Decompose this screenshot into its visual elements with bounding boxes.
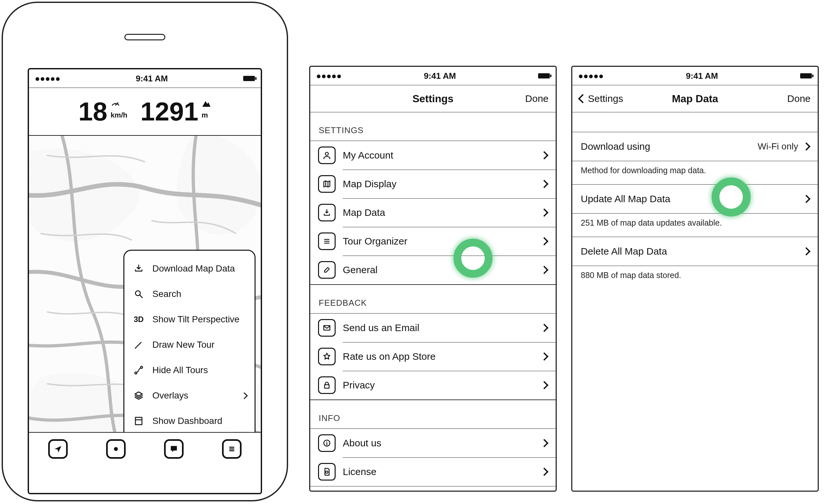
chevron-right-icon bbox=[540, 237, 548, 245]
row-tour-organizer[interactable]: Tour Organizer bbox=[310, 227, 556, 256]
row-label: Send us an Email bbox=[343, 322, 539, 333]
highlight-ring bbox=[711, 177, 751, 217]
row-delete-all[interactable]: Delete All Map Data bbox=[572, 237, 818, 266]
svg-line-4 bbox=[140, 295, 142, 298]
tab-locate[interactable] bbox=[48, 439, 68, 459]
elevation-value: 1291 bbox=[140, 98, 198, 125]
menu-show-dashboard[interactable]: Show Dashboard bbox=[124, 408, 255, 434]
svg-point-23 bbox=[326, 471, 328, 474]
row-update-all[interactable]: Update All Map Data bbox=[572, 184, 818, 214]
chevron-right-icon bbox=[540, 209, 548, 217]
chevron-right-icon bbox=[540, 180, 548, 188]
mail-icon bbox=[318, 319, 336, 337]
nav-done-button[interactable]: Done bbox=[500, 93, 549, 104]
elevation-metric: 1291 m bbox=[140, 98, 211, 125]
search-icon bbox=[132, 289, 145, 299]
row-rate-appstore[interactable]: Rate us on App Store bbox=[310, 342, 556, 371]
row-label: Delete All Map Data bbox=[581, 246, 801, 257]
svg-point-3 bbox=[135, 291, 140, 295]
route-icon bbox=[132, 365, 145, 375]
row-about-us[interactable]: About us bbox=[310, 429, 556, 457]
nav-done-button[interactable]: Done bbox=[762, 93, 811, 104]
row-label: About us bbox=[343, 438, 539, 448]
nav-title: Map Data bbox=[628, 93, 762, 105]
map-data-screen: ●●●●● 9:41 AM Settings Map Data Done Dow… bbox=[571, 66, 819, 491]
menu-download-map-data[interactable]: Download Map Data bbox=[124, 256, 255, 281]
row-general[interactable]: General bbox=[310, 256, 556, 285]
section-header-info: INFO bbox=[310, 400, 556, 429]
menu-item-label: Download Map Data bbox=[152, 263, 247, 274]
menu-draw-tour[interactable]: Draw New Tour bbox=[124, 332, 255, 357]
lock-icon bbox=[318, 376, 336, 394]
settings-screen: ●●●●● 9:41 AM Settings Done SETTINGS My … bbox=[309, 66, 557, 491]
row-label: Tour Organizer bbox=[343, 236, 539, 247]
row-label: License bbox=[343, 466, 539, 477]
menu-search[interactable]: Search bbox=[124, 281, 255, 307]
caption-download-method: Method for downloading map data. bbox=[572, 161, 818, 178]
tab-list[interactable] bbox=[222, 439, 242, 459]
nav-back-label: Settings bbox=[588, 93, 623, 104]
row-label: Map Display bbox=[343, 178, 539, 190]
menu-item-label: Search bbox=[152, 289, 247, 299]
status-time: 9:41 AM bbox=[686, 71, 718, 81]
chevron-right-icon bbox=[802, 247, 810, 255]
chevron-right-icon bbox=[802, 142, 810, 150]
chevron-right-icon bbox=[540, 467, 548, 476]
wrench-icon bbox=[318, 261, 336, 279]
row-privacy[interactable]: Privacy bbox=[310, 371, 556, 400]
row-my-account[interactable]: My Account bbox=[310, 141, 556, 170]
tab-record[interactable] bbox=[106, 439, 126, 459]
row-license[interactable]: License bbox=[310, 457, 556, 486]
svg-point-10 bbox=[114, 447, 118, 451]
phone-screen: ●●●●● 9:41 AM 18 km/h 1291 bbox=[28, 68, 262, 494]
menu-overlays[interactable]: Overlays bbox=[124, 383, 255, 408]
chevron-right-icon bbox=[802, 195, 810, 203]
caption-updates-available: 251 MB of map data updates available. bbox=[572, 214, 818, 230]
row-send-email[interactable]: Send us an Email bbox=[310, 313, 556, 342]
status-time: 9:41 AM bbox=[136, 73, 168, 84]
menu-hide-tours[interactable]: Hide All Tours bbox=[124, 357, 255, 383]
menu-item-label: Hide All Tours bbox=[152, 365, 247, 375]
signal-dots: ●●●●● bbox=[35, 73, 61, 84]
status-bar: ●●●●● 9:41 AM bbox=[572, 67, 818, 85]
chevron-right-icon bbox=[540, 324, 548, 332]
elevation-unit: m bbox=[201, 111, 208, 119]
row-map-display[interactable]: Map Display bbox=[310, 170, 556, 198]
person-icon bbox=[318, 147, 336, 164]
svg-point-14 bbox=[325, 152, 328, 155]
dashboard-icon bbox=[132, 416, 145, 426]
chevron-right-icon bbox=[540, 151, 548, 159]
download-icon bbox=[318, 204, 336, 221]
chevron-right-icon bbox=[241, 392, 248, 399]
battery-icon bbox=[800, 73, 812, 79]
download-icon bbox=[132, 264, 145, 273]
section-header-feedback: FEEDBACK bbox=[310, 285, 556, 313]
svg-point-22 bbox=[327, 441, 327, 442]
phone-speaker-slot bbox=[124, 34, 166, 40]
menu-item-label: Draw New Tour bbox=[152, 339, 247, 350]
pencil-icon bbox=[132, 340, 145, 350]
menu-item-label: Show Dashboard bbox=[152, 416, 247, 426]
nav-back-button[interactable]: Settings bbox=[579, 93, 628, 104]
map-canvas[interactable]: Download Map Data Search 3D Show Tilt Pe… bbox=[29, 136, 261, 465]
caption-data-stored: 880 MB of map data stored. bbox=[572, 266, 818, 283]
row-label: Download using bbox=[581, 141, 758, 152]
row-download-using[interactable]: Download using Wi-Fi only bbox=[572, 132, 818, 161]
row-map-data[interactable]: Map Data bbox=[310, 198, 556, 227]
3d-icon: 3D bbox=[132, 315, 145, 324]
chevron-right-icon bbox=[540, 381, 548, 389]
status-bar: ●●●●● 9:41 AM bbox=[310, 67, 556, 85]
speed-metric: 18 km/h bbox=[79, 98, 127, 125]
row-label: Update All Map Data bbox=[581, 193, 801, 204]
nav-title: Settings bbox=[366, 93, 500, 105]
menu-show-tilt[interactable]: 3D Show Tilt Perspective bbox=[124, 307, 255, 332]
menu-item-label: Show Tilt Perspective bbox=[152, 314, 247, 325]
battery-icon bbox=[243, 76, 255, 81]
battery-icon bbox=[538, 73, 550, 79]
menu-item-label: Overlays bbox=[152, 390, 235, 401]
star-icon bbox=[318, 348, 336, 365]
layers-icon bbox=[132, 391, 145, 400]
speed-unit: km/h bbox=[111, 111, 127, 119]
tab-chat[interactable] bbox=[164, 439, 183, 459]
svg-rect-19 bbox=[325, 385, 329, 389]
